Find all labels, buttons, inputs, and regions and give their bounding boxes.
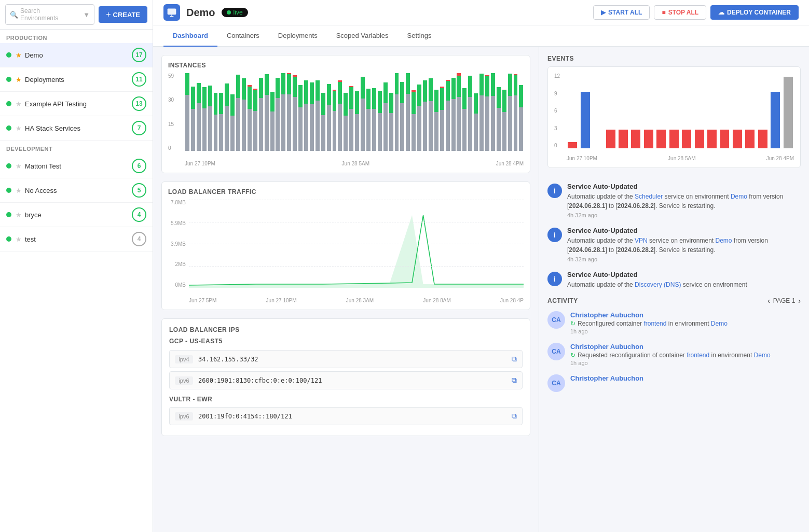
activity-item-2: CA Christopher Aubuchon ↻Requested recon… bbox=[547, 343, 801, 366]
event-item-1: i Service Auto-Updated Automatic update … bbox=[547, 183, 801, 218]
activity-user[interactable]: Christopher Aubuchon bbox=[570, 374, 643, 382]
events-x-axis: Jun 27 10PM Jun 28 5AM Jun 28 4PM bbox=[567, 150, 794, 161]
live-label: live bbox=[234, 9, 243, 16]
env-name: HA Stack Services bbox=[25, 124, 132, 132]
bar-group bbox=[394, 73, 400, 151]
create-button[interactable]: + CREATE bbox=[99, 6, 147, 23]
svg-rect-0 bbox=[168, 9, 176, 15]
sidebar-item-example-api[interactable]: ★ Example API Testing 13 bbox=[0, 92, 153, 116]
star-icon: ★ bbox=[16, 235, 22, 243]
demo-link-2[interactable]: Demo bbox=[716, 237, 732, 244]
scheduler-link[interactable]: Scheduler bbox=[635, 193, 663, 200]
frontend-link[interactable]: frontend bbox=[643, 320, 666, 327]
bar-group bbox=[276, 73, 281, 151]
ip-value: 2001:19f0:0:4154::180/121 bbox=[198, 413, 506, 420]
activity-user[interactable]: Christopher Aubuchon bbox=[570, 311, 728, 319]
instances-chart-container: INSTANCES 59 30 15 0 Jun 27 10PM Jun 28 … bbox=[161, 55, 530, 173]
chart-grid bbox=[189, 200, 524, 288]
deploy-container-button[interactable]: ☁ DEPLOY CONTAINER bbox=[710, 5, 799, 20]
bar-group bbox=[304, 73, 309, 151]
instances-y-axis: 59 30 15 0 bbox=[168, 73, 183, 151]
ip-row: ipv6 2600:1901:8130:cfbc:0:e:0:100/121 ⧉ bbox=[169, 371, 523, 389]
bar-group bbox=[253, 73, 258, 151]
sidebar-item-demo[interactable]: ★ Demo 17 bbox=[0, 43, 153, 67]
tab-dashboard[interactable]: Dashboard bbox=[163, 25, 217, 47]
instances-chart: 59 30 15 0 Jun 27 10PM Jun 28 5AM Jun 28… bbox=[168, 73, 524, 166]
event-desc: Automatic update of the VPN service on e… bbox=[567, 236, 801, 255]
event-content: Service Auto-Updated Automatic update of… bbox=[567, 227, 801, 262]
bar-group bbox=[451, 73, 456, 151]
prev-page-button[interactable]: ‹ bbox=[767, 297, 770, 305]
event-item-2: i Service Auto-Updated Automatic update … bbox=[547, 227, 801, 262]
sidebar-item-no-access[interactable]: ★ No Access 5 bbox=[0, 178, 153, 203]
env-badge: 4 bbox=[132, 232, 146, 246]
activity-time: 1h ago bbox=[570, 328, 728, 334]
activity-title: ACTIVITY bbox=[547, 297, 578, 304]
bar-group bbox=[326, 73, 332, 151]
tab-containers[interactable]: Containers bbox=[217, 25, 269, 47]
event-title: Service Auto-Updated bbox=[567, 271, 747, 278]
sidebar-item-bryce[interactable]: ★ bryce 4 bbox=[0, 203, 153, 227]
copy-icon[interactable]: ⧉ bbox=[512, 376, 517, 385]
demo-env-link-2[interactable]: Demo bbox=[754, 352, 771, 359]
env-badge: 7 bbox=[132, 121, 146, 135]
bar-group bbox=[208, 73, 213, 151]
stop-all-button[interactable]: ■ STOP ALL bbox=[654, 5, 706, 20]
bar-group bbox=[343, 73, 348, 151]
demo-env-link[interactable]: Demo bbox=[711, 320, 728, 327]
sidebar-item-mattoni[interactable]: ★ Mattoni Test 6 bbox=[0, 154, 153, 178]
bar-group bbox=[434, 73, 439, 151]
event-time: 4h 32m ago bbox=[567, 256, 801, 262]
start-all-button[interactable]: ▶ START ALL bbox=[593, 5, 650, 20]
bar-group bbox=[502, 73, 507, 151]
event-desc: Automatic update of the Discovery (DNS) … bbox=[567, 280, 747, 289]
frontend-link-2[interactable]: frontend bbox=[687, 352, 709, 359]
demo-link[interactable]: Demo bbox=[731, 193, 747, 200]
lb-ips-title: LOAD BALANCER IPS bbox=[169, 326, 523, 333]
bar-group bbox=[247, 73, 252, 151]
avatar-1: CA bbox=[547, 311, 565, 329]
search-box[interactable]: 🔍 Search Environments ▼ bbox=[5, 4, 94, 25]
star-icon: ★ bbox=[16, 100, 22, 108]
bar-group bbox=[377, 73, 382, 151]
sidebar-item-deployments[interactable]: ★ Deployments 11 bbox=[0, 67, 153, 92]
env-badge: 6 bbox=[132, 159, 146, 173]
env-badge: 17 bbox=[132, 48, 146, 62]
tab-deployments[interactable]: Deployments bbox=[269, 25, 327, 47]
next-page-button[interactable]: › bbox=[798, 297, 801, 305]
copy-icon[interactable]: ⧉ bbox=[512, 355, 517, 363]
vpn-link[interactable]: VPN bbox=[635, 237, 648, 244]
bar-group bbox=[513, 73, 518, 151]
bar-group bbox=[473, 73, 478, 151]
bar-group bbox=[190, 73, 196, 151]
star-icon: ★ bbox=[16, 76, 22, 83]
event-desc: Automatic update of the Scheduler servic… bbox=[567, 192, 801, 211]
bar-group bbox=[230, 73, 235, 151]
activity-desc: ↻Requested reconfiguration of container … bbox=[570, 351, 771, 360]
env-name: Mattoni Test bbox=[25, 162, 132, 170]
sidebar-item-ha-stack[interactable]: ★ HA Stack Services 7 bbox=[0, 116, 153, 141]
bar-group bbox=[298, 73, 303, 151]
ip-value: 2600:1901:8130:cfbc:0:e:0:100/121 bbox=[198, 377, 506, 384]
bar-group bbox=[445, 73, 450, 151]
activity-user[interactable]: Christopher Aubuchon bbox=[570, 343, 771, 351]
env-name: test bbox=[25, 235, 132, 243]
tab-settings[interactable]: Settings bbox=[398, 25, 441, 47]
activity-header: ACTIVITY ‹ PAGE 1 › bbox=[547, 297, 801, 305]
status-dot bbox=[6, 236, 11, 242]
sidebar-item-test[interactable]: ★ test 4 bbox=[0, 227, 153, 251]
env-name: No Access bbox=[25, 187, 132, 194]
activity-content-2: Christopher Aubuchon ↻Requested reconfig… bbox=[570, 343, 771, 366]
play-icon: ▶ bbox=[601, 9, 606, 16]
chevron-down-icon: ▼ bbox=[83, 11, 90, 19]
event-title: Service Auto-Updated bbox=[567, 183, 801, 190]
copy-icon[interactable]: ⧉ bbox=[512, 412, 517, 421]
refresh-icon: ↻ bbox=[570, 352, 575, 359]
dns-link[interactable]: Discovery (DNS) bbox=[635, 281, 681, 288]
tab-scoped-variables[interactable]: Scoped Variables bbox=[327, 25, 398, 47]
env-name: bryce bbox=[25, 211, 132, 219]
bar-group bbox=[417, 73, 422, 151]
bar-group bbox=[292, 73, 297, 151]
bar-group bbox=[185, 73, 190, 151]
lb-traffic-title: LOAD BALANCER TRAFFIC bbox=[168, 188, 524, 195]
